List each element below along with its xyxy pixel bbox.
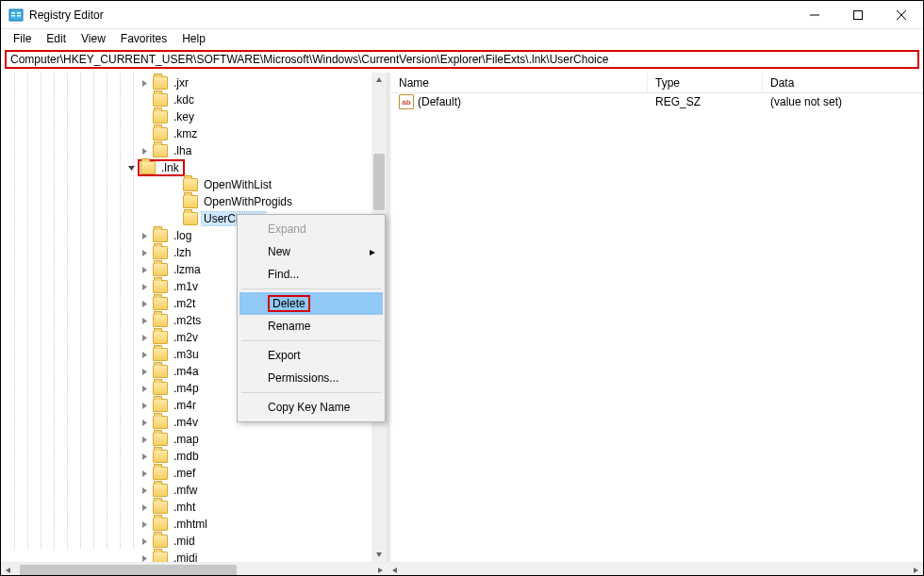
- title-bar: Registry Editor: [1, 1, 923, 29]
- svg-marker-11: [128, 166, 135, 171]
- folder-icon: [153, 399, 168, 412]
- tree-item[interactable]: .mfw: [1, 482, 371, 499]
- svg-marker-22: [142, 403, 147, 409]
- tree-horizontal-scrollbar[interactable]: [1, 563, 388, 576]
- tree-item[interactable]: .map: [1, 431, 371, 448]
- tree-item-label: .lzh: [172, 246, 193, 259]
- svg-marker-19: [142, 352, 147, 358]
- chevron-right-icon[interactable]: [139, 485, 150, 496]
- tree-item-label: .m2ts: [172, 314, 203, 327]
- chevron-right-icon[interactable]: [139, 434, 150, 445]
- scroll-thumb[interactable]: [373, 154, 385, 210]
- close-button[interactable]: [880, 1, 923, 29]
- chevron-down-icon[interactable]: [125, 162, 137, 173]
- tree-item-label: .m4v: [172, 416, 200, 429]
- menu-view[interactable]: View: [74, 30, 112, 47]
- column-name[interactable]: Name: [391, 74, 648, 92]
- chevron-right-icon[interactable]: [139, 349, 150, 360]
- chevron-right-icon[interactable]: [139, 502, 150, 513]
- window-title: Registry Editor: [29, 8, 104, 22]
- column-type[interactable]: Type: [648, 74, 763, 92]
- scroll-up-icon[interactable]: [371, 73, 387, 88]
- svg-marker-28: [142, 504, 147, 511]
- tree-item[interactable]: .key: [1, 108, 371, 125]
- tree-item-label: .m2t: [172, 297, 197, 310]
- minimize-button[interactable]: [793, 1, 836, 29]
- scroll-track[interactable]: [16, 563, 372, 576]
- folder-icon: [140, 161, 156, 174]
- ctx-copy-key-name[interactable]: Copy Key Name: [239, 396, 383, 419]
- scroll-track[interactable]: [403, 563, 908, 576]
- tree-item[interactable]: .kdc: [1, 91, 371, 108]
- ctx-expand-label: Expand: [268, 222, 306, 236]
- menu-edit[interactable]: Edit: [40, 30, 73, 47]
- tree-item[interactable]: .mhtml: [1, 516, 371, 533]
- tree-item[interactable]: OpenWithList: [1, 176, 371, 193]
- value-data-cell: (value not set): [763, 94, 923, 109]
- tree-item-label: .mdb: [172, 450, 201, 463]
- chevron-right-icon[interactable]: [139, 468, 150, 479]
- tree-item[interactable]: .mid: [1, 533, 371, 550]
- ctx-permissions[interactable]: Permissions...: [239, 367, 383, 389]
- menu-file[interactable]: File: [7, 30, 38, 47]
- scroll-thumb[interactable]: [20, 565, 237, 576]
- chevron-right-icon[interactable]: [139, 230, 150, 241]
- ctx-delete[interactable]: Delete: [239, 292, 383, 315]
- scroll-left-icon[interactable]: [1, 563, 16, 576]
- chevron-right-icon[interactable]: [139, 383, 150, 394]
- tree-item[interactable]: .mdb: [1, 448, 371, 465]
- tree-item-label: .mhtml: [172, 518, 209, 531]
- tree-item[interactable]: .lnk: [1, 159, 371, 176]
- chevron-right-icon[interactable]: [139, 281, 150, 292]
- ctx-new[interactable]: New▸: [239, 240, 383, 263]
- chevron-right-icon[interactable]: [139, 145, 150, 156]
- chevron-right-icon[interactable]: [139, 400, 150, 411]
- ctx-expand[interactable]: Expand: [239, 218, 383, 240]
- chevron-right-icon[interactable]: [139, 315, 150, 326]
- tree-item-label: .lzma: [172, 263, 203, 276]
- chevron-right-icon[interactable]: [139, 535, 150, 547]
- twisty-spacer: [169, 213, 180, 224]
- scroll-right-icon[interactable]: [908, 563, 923, 576]
- values-horizontal-scrollbar[interactable]: [388, 563, 923, 576]
- menu-help[interactable]: Help: [175, 30, 212, 47]
- chevron-right-icon[interactable]: [139, 264, 150, 275]
- scroll-left-icon[interactable]: [388, 563, 403, 576]
- tree-item-label: .m2v: [172, 331, 200, 344]
- chevron-right-icon[interactable]: [139, 77, 150, 89]
- chevron-right-icon[interactable]: [139, 552, 150, 562]
- chevron-right-icon[interactable]: [139, 366, 150, 377]
- tree-item[interactable]: .mht: [1, 499, 371, 516]
- column-data[interactable]: Data: [763, 74, 923, 92]
- value-row[interactable]: (Default)REG_SZ(value not set): [391, 93, 923, 110]
- chevron-right-icon[interactable]: [139, 332, 150, 343]
- scroll-right-icon[interactable]: [372, 563, 388, 576]
- ctx-export-label: Export: [268, 349, 301, 362]
- folder-icon: [183, 212, 198, 225]
- tree-item[interactable]: .midi: [1, 550, 371, 562]
- chevron-right-icon[interactable]: [139, 417, 150, 428]
- svg-marker-30: [142, 538, 147, 545]
- tree-item[interactable]: .mef: [1, 465, 371, 482]
- chevron-right-icon[interactable]: [139, 298, 150, 309]
- values-list[interactable]: (Default)REG_SZ(value not set): [391, 93, 923, 110]
- tree-item[interactable]: .kmz: [1, 125, 371, 142]
- svg-marker-20: [142, 369, 147, 375]
- chevron-right-icon: ▸: [370, 245, 375, 258]
- chevron-right-icon[interactable]: [139, 518, 150, 530]
- tree-item-label: .m1v: [172, 280, 200, 293]
- ctx-rename[interactable]: Rename: [239, 315, 383, 337]
- tree-item[interactable]: .jxr: [1, 74, 371, 91]
- address-bar[interactable]: Computer\HKEY_CURRENT_USER\SOFTWARE\Micr…: [5, 50, 919, 69]
- tree-item[interactable]: OpenWithProgids: [1, 193, 371, 210]
- maximize-button[interactable]: [836, 1, 880, 29]
- ctx-find[interactable]: Find...: [239, 263, 383, 286]
- chevron-right-icon[interactable]: [139, 247, 150, 258]
- tree-item-label: .jxr: [172, 76, 190, 90]
- scroll-down-icon[interactable]: [371, 547, 387, 562]
- tree-item[interactable]: .lha: [1, 142, 371, 159]
- chevron-right-icon[interactable]: [139, 451, 150, 462]
- ctx-export[interactable]: Export: [239, 344, 383, 367]
- svg-marker-23: [142, 420, 147, 426]
- menu-favorites[interactable]: Favorites: [114, 30, 173, 47]
